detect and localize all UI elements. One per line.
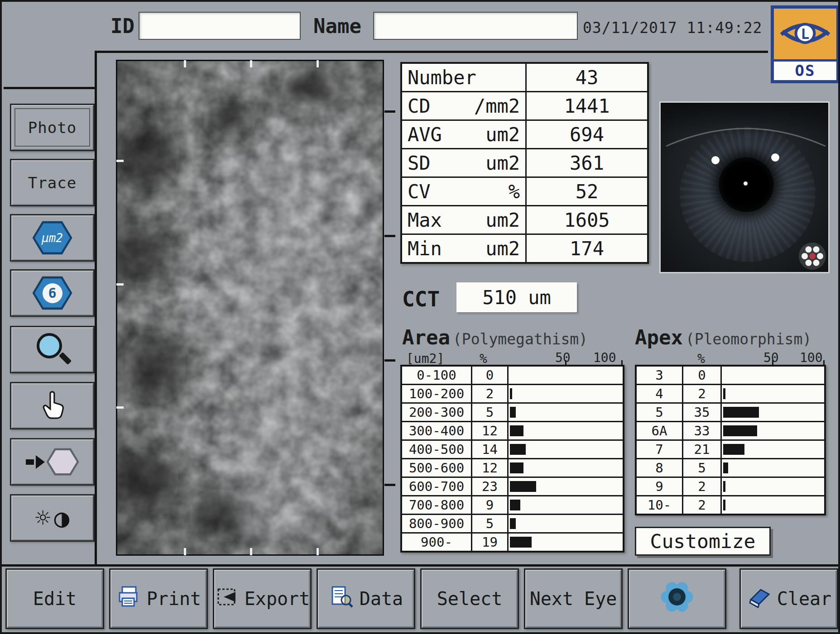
hist-range: 600-700 [402,478,471,495]
hist-bar-cell [722,404,824,421]
area-axis-100: 100 [593,350,616,365]
data-icon [329,585,354,613]
trace-button-label: Trace [28,174,77,192]
hist-range: 700-800 [402,496,471,514]
tick-mark [184,60,186,67]
hist-range: 10- [637,496,682,514]
export-button[interactable]: Export [213,568,312,629]
clear-button[interactable]: Clear [739,568,838,629]
apex-axis-100: 100 [800,350,823,365]
stat-label: CD [408,95,431,117]
stat-unit: um2 [485,152,520,174]
hist-bar [510,500,520,510]
hist-bar-cell [509,367,623,384]
gear-flower-icon [659,579,695,619]
settings-button[interactable] [628,568,726,629]
stat-unit: um2 [485,209,520,231]
frame-line-vertical [95,51,97,564]
stat-value: 43 [527,64,647,91]
hist-bar [723,407,759,418]
tick-mark [384,235,395,237]
tick-mark [116,283,124,286]
six-hexagon-icon: 6 [33,276,72,311]
hist-range: 5 [637,404,682,421]
stat-value: 52 [527,178,647,205]
hist-range: 900- [402,534,471,551]
hist-range: 300-400 [402,422,471,439]
cell-area-mode-button[interactable]: μm2 [10,214,95,262]
hist-pct: 2 [683,385,720,402]
stat-value: 694 [527,121,647,148]
hand-pointer-icon [39,390,66,422]
stat-value: 1441 [527,92,647,119]
axis-tick [565,360,566,365]
eye-side-label: OS [774,59,836,80]
stat-unit: % [509,181,520,203]
hist-range: 800-900 [402,515,471,532]
hist-bar-cell [722,496,824,514]
stat-label-cell: CV% [402,178,525,205]
tick-mark [317,60,319,67]
hist-pct: 5 [472,515,507,532]
stat-label-cell: SDum2 [402,149,525,176]
stat-label: AVG [408,124,442,146]
trace-button[interactable]: Trace [10,159,95,206]
hist-pct: 12 [472,459,507,477]
customize-button[interactable]: Customize [635,527,771,556]
stat-label: Number [408,67,476,89]
hist-bar [723,500,725,510]
tick-mark [184,548,186,555]
apply-cell-button[interactable] [10,438,95,486]
stat-unit: um2 [485,238,520,260]
hist-range: 6A [637,422,682,439]
hist-bar-cell [722,441,824,458]
axis-tick [772,360,773,365]
stat-value: 361 [527,149,647,176]
edit-button[interactable]: Edit [5,568,104,629]
id-input[interactable] [139,12,301,40]
name-input[interactable] [373,12,578,40]
hist-range: 200-300 [402,404,471,421]
hist-bar [510,388,512,399]
stat-value: 1605 [527,206,647,234]
pan-button[interactable] [10,382,95,429]
hist-bar [510,462,523,473]
hist-pct: 9 [472,496,507,514]
brightness-contrast-button[interactable]: ☼ ◑ [10,494,95,542]
hist-bar [723,388,725,399]
next-eye-button-label: Next Eye [530,588,617,609]
stat-label-cell: CD/mm2 [402,92,525,119]
photo-button[interactable]: Photo [10,104,95,151]
eye-logo-icon: L [774,9,836,59]
hist-range: 9 [637,478,682,495]
hist-pct: 33 [683,422,720,439]
data-button[interactable]: Data [317,568,415,629]
magnifier-icon [34,332,71,367]
frame-line-toolbar [2,564,840,567]
hist-pct: 0 [683,367,720,384]
stat-unit: um2 [485,124,520,146]
select-button[interactable]: Select [420,568,519,629]
stat-label-cell: AVGum2 [402,121,525,148]
endothelium-image[interactable] [116,60,384,556]
apex-subtitle: (Pleomorphism) [686,330,811,348]
hist-pct: 5 [683,459,720,477]
hist-range: 7 [637,441,682,458]
six-badge-label: 6 [43,283,62,303]
apex-title: Apex [635,326,683,349]
hist-pct: 19 [472,534,507,551]
hist-bar-cell [722,385,824,402]
hexagonality-mode-button[interactable]: 6 [10,269,95,317]
hist-range: 8 [637,459,682,477]
hist-bar-cell [509,534,623,551]
specular-microscope-screen: ID Name 03/11/2017 11:49:22 L OS Photo T… [0,0,840,634]
eye-side-indicator[interactable]: L OS [771,5,840,83]
print-button[interactable]: Print [109,568,208,629]
stat-label: CV [408,181,431,203]
next-eye-button[interactable]: Next Eye [524,568,623,629]
hist-bar [510,537,532,548]
zoom-button[interactable] [10,326,95,373]
stat-value: 174 [527,235,647,262]
hist-pct: 23 [472,478,507,495]
hist-bar [510,425,523,436]
